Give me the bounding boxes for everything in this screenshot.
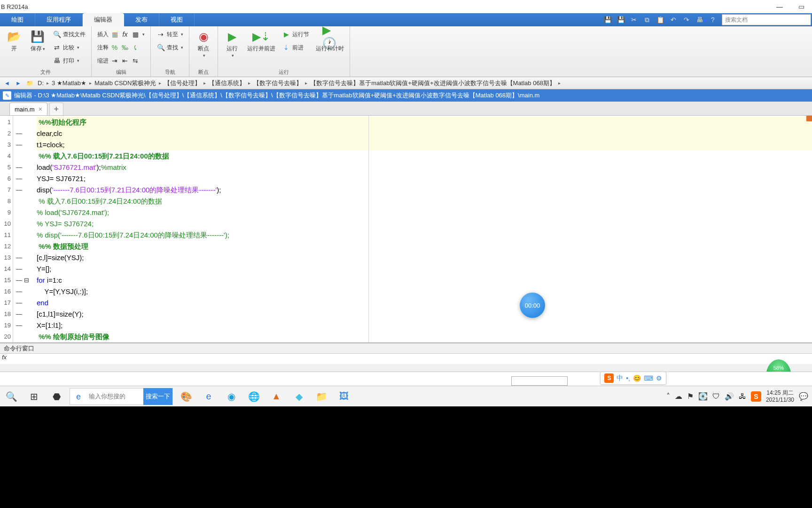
find-button[interactable]: 🔍查找▾ — [155, 41, 185, 54]
taskbar-search-icon[interactable]: 🔍 — [0, 386, 23, 407]
ime-lang[interactable]: 中 — [617, 374, 623, 382]
insert-button[interactable]: 插入 ▦ fx ▦▾ — [95, 28, 147, 40]
minimize-button[interactable]: — — [769, 0, 790, 13]
tray-flag-icon[interactable]: ⚑ — [687, 392, 694, 401]
qat-redo-icon[interactable]: ↷ — [681, 15, 692, 25]
line-gutter: 1234567891011121314151617181920 — [0, 116, 13, 342]
crumb-6[interactable]: 【数字信号去噪】基于matlab软阈值+硬阈值+改进阈值小波数字信号去噪【Mat… — [308, 79, 557, 87]
qat-save2-icon[interactable]: 💾 — [616, 15, 626, 25]
recording-timer-badge[interactable]: 00:00 — [520, 293, 545, 318]
nav-back-button[interactable]: ◄ — [2, 79, 12, 88]
open-button[interactable]: 📂开 — [4, 28, 24, 53]
qat-paste-icon[interactable]: 📋 — [655, 15, 665, 25]
taskbar-search-button[interactable]: 搜索一下 — [143, 388, 172, 405]
nav-fwd-button[interactable]: ► — [13, 79, 23, 88]
file-tabstrip: main.m × + — [0, 102, 812, 116]
ime-keyboard-icon[interactable]: ⌨ — [644, 374, 653, 382]
run-section-button[interactable]: ▶运行节 — [280, 28, 311, 40]
code-editor[interactable]: 1234567891011121314151617181920 ————————… — [0, 116, 812, 343]
editor-path: 编辑器 - D:\3 ★Matlab★\Matalb CSDN紫极神光\【信号处… — [14, 91, 539, 100]
run-icon: ▶ — [225, 29, 240, 44]
compare-button[interactable]: ⇄比较▾ — [51, 41, 87, 54]
status-box — [511, 376, 568, 386]
ime-punct-icon[interactable]: •, — [626, 374, 630, 382]
run-section-icon: ▶ — [282, 30, 290, 39]
file-tab-main[interactable]: main.m × — [9, 103, 47, 115]
tray-onedrive-icon[interactable]: ☁ — [675, 392, 682, 401]
save-button[interactable]: 💾保存▾ — [27, 28, 48, 53]
taskbar-search[interactable]: ｅ 搜索一下 — [70, 388, 173, 405]
tray-security-icon[interactable]: 🛡 — [712, 392, 720, 401]
tab-editor[interactable]: 编辑器 — [83, 13, 124, 26]
maximize-button[interactable]: ▭ — [790, 0, 812, 13]
advance-icon: ⇣ — [282, 43, 290, 52]
crumb-2[interactable]: Matalb CSDN紫极神光 — [93, 79, 158, 87]
tray-clock[interactable]: 14:25 周二 2021/11/30 — [766, 389, 794, 403]
taskbar: 🔍 ⊞ ⬣ ｅ 搜索一下 🎨 ｅ ◉ 🌐 ▲ ◆ 📁 🖼 ˄ ☁ ⚑ 💽 🛡 🔊… — [0, 386, 812, 406]
taskview-icon[interactable]: ⊞ — [23, 386, 45, 407]
ime-toolbar[interactable]: S 中 •, 😊 ⌨ ⚙ — [600, 372, 666, 385]
print-button[interactable]: 🖶打印▾ — [51, 55, 87, 67]
explorer-icon[interactable]: 📁 — [310, 386, 333, 407]
find-icon: 🔍 — [156, 43, 165, 52]
comment-pct-icon: % — [110, 43, 119, 52]
tray-chevron-icon[interactable]: ˄ — [666, 392, 670, 401]
quick-access-toolbar: 💾 💾 ✂ ⧉ 📋 ↶ ↷ 🖶 ? — [602, 13, 720, 26]
tab-plot[interactable]: 绘图 — [0, 13, 35, 26]
findfiles-button[interactable]: 🔍查找文件 — [51, 28, 87, 40]
run-time-icon: ▶🕐 — [322, 29, 337, 44]
group-file-label: 文件 — [4, 68, 87, 77]
matlab-app-icon[interactable]: ▲ — [265, 386, 288, 407]
app-title: B R2014a — [1, 3, 28, 10]
close-tab-icon[interactable]: × — [39, 105, 42, 113]
line-marks: ———————— ⊟———— — [13, 116, 35, 342]
group-edit-label: 编辑 — [95, 68, 147, 77]
crumb-3[interactable]: 【信号处理】 — [162, 79, 203, 87]
qat-copy-icon[interactable]: ⧉ — [642, 15, 652, 25]
qat-save-icon[interactable]: 💾 — [602, 15, 613, 25]
tray-disk-icon[interactable]: 💽 — [698, 392, 708, 401]
run-time-button[interactable]: ▶🕐运行和计时 — [314, 28, 346, 53]
breakpoints-button[interactable]: ◉断点▾ — [193, 28, 214, 60]
crumb-4[interactable]: 【通信系统】 — [207, 79, 247, 87]
run-advance-icon: ▶⇣ — [254, 29, 269, 44]
add-tab-button[interactable]: + — [49, 103, 63, 115]
crumb-5[interactable]: 【数字信号去噪】 — [251, 79, 304, 87]
qat-cut-icon[interactable]: ✂ — [629, 15, 639, 25]
qat-print-icon[interactable]: 🖶 — [695, 15, 705, 25]
crumb-1[interactable]: 3 ★Matlab★ — [50, 79, 88, 87]
indent-button[interactable]: 缩进 ⇥ ⇤ ⇆ — [95, 55, 147, 67]
tray-notifications-icon[interactable]: 💬 — [799, 392, 808, 401]
tab-view[interactable]: 视图 — [159, 13, 195, 26]
tray-sogou-icon[interactable]: S — [751, 391, 761, 402]
tab-publish[interactable]: 发布 — [124, 13, 159, 26]
app-icon-2[interactable]: ◆ — [288, 386, 310, 407]
goto-button[interactable]: ⇢转至▾ — [155, 28, 185, 40]
code-content[interactable]: %%初始化程序 clear,clc t1=clock; %% 载入7.6日00:… — [35, 116, 812, 342]
app-icon-1[interactable]: 🎨 — [175, 386, 197, 407]
run-advance-button[interactable]: ▶⇣运行并前进 — [245, 28, 277, 53]
photos-icon[interactable]: 🖼 — [333, 386, 355, 407]
editor-titlebar: ✎ 编辑器 - D:\3 ★Matlab★\Matalb CSDN紫极神光\【信… — [0, 89, 812, 102]
window-controls: — ▭ — [769, 0, 812, 13]
code-warning-indicator[interactable] — [806, 116, 812, 121]
crumb-drive[interactable]: D: — [36, 79, 46, 87]
ie-app-icon[interactable]: ｅ — [197, 386, 220, 407]
command-prompt[interactable]: fx — [0, 354, 812, 364]
tab-apps[interactable]: 应用程序 — [35, 13, 83, 26]
obs-icon[interactable]: ⬣ — [45, 386, 68, 407]
advance-button[interactable]: ⇣前进 — [280, 41, 311, 54]
browser-icon[interactable]: 🌐 — [242, 386, 265, 407]
folder-icon[interactable]: 📁 — [24, 79, 35, 88]
qat-help-icon[interactable]: ? — [708, 15, 718, 25]
run-button[interactable]: ▶运行▾ — [222, 28, 242, 60]
taskbar-search-input[interactable] — [87, 389, 143, 405]
tray-network-icon[interactable]: 🖧 — [739, 392, 746, 401]
edge-app-icon[interactable]: ◉ — [220, 386, 242, 407]
ime-settings-icon[interactable]: ⚙ — [656, 374, 662, 382]
qat-undo-icon[interactable]: ↶ — [668, 15, 679, 25]
tray-volume-icon[interactable]: 🔊 — [725, 392, 734, 401]
comment-button[interactable]: 注释 % ‰ ⤹ — [95, 41, 147, 54]
ime-emoji-icon[interactable]: 😊 — [633, 374, 641, 382]
doc-search-input[interactable]: 搜索文档 — [722, 14, 811, 25]
